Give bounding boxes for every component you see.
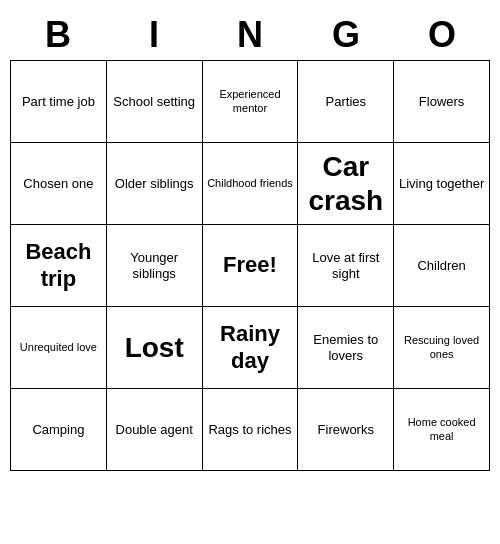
bingo-cell: Parties [298,61,394,143]
cell-text: Free! [207,252,294,278]
cell-text: Flowers [398,94,485,110]
cell-text: Rainy day [207,321,294,374]
cell-text: Chosen one [15,176,102,192]
header-letter: I [106,10,202,60]
header-letter: O [394,10,490,60]
cell-text: Home cooked meal [398,416,485,442]
cell-text: Enemies to lovers [302,332,389,363]
bingo-cell: Double agent [107,389,203,471]
bingo-cell: Younger siblings [107,225,203,307]
cell-text: Fireworks [302,422,389,438]
cell-text: Double agent [111,422,198,438]
cell-text: Younger siblings [111,250,198,281]
bingo-cell: Rescuing loved ones [394,307,490,389]
cell-text: Part time job [15,94,102,110]
bingo-cell: School setting [107,61,203,143]
cell-text: Camping [15,422,102,438]
bingo-cell: Experienced mentor [203,61,299,143]
bingo-cell: Fireworks [298,389,394,471]
header-letter: N [202,10,298,60]
cell-text: Rags to riches [207,422,294,438]
bingo-cell: Lost [107,307,203,389]
bingo-cell: Beach trip [11,225,107,307]
cell-text: Beach trip [15,239,102,292]
bingo-grid: Part time jobSchool settingExperienced m… [10,60,490,471]
cell-text: Rescuing loved ones [398,334,485,360]
bingo-cell: Rags to riches [203,389,299,471]
cell-text: Childhood friends [207,177,294,190]
cell-text: Children [398,258,485,274]
bingo-cell: Older siblings [107,143,203,225]
cell-text: Unrequited love [15,341,102,354]
cell-text: Parties [302,94,389,110]
bingo-header: BINGO [10,10,490,60]
bingo-cell: Childhood friends [203,143,299,225]
bingo-cell: Part time job [11,61,107,143]
header-letter: B [10,10,106,60]
cell-text: School setting [111,94,198,110]
cell-text: Older siblings [111,176,198,192]
cell-text: Love at first sight [302,250,389,281]
bingo-cell: Camping [11,389,107,471]
bingo-cell: Unrequited love [11,307,107,389]
bingo-cell: Love at first sight [298,225,394,307]
bingo-cell: Enemies to lovers [298,307,394,389]
cell-text: Living together [398,176,485,192]
bingo-cell: Free! [203,225,299,307]
bingo-cell: Rainy day [203,307,299,389]
cell-text: Lost [111,331,198,365]
bingo-cell: Home cooked meal [394,389,490,471]
bingo-card: BINGO Part time jobSchool settingExperie… [10,10,490,471]
bingo-cell: Car crash [298,143,394,225]
bingo-cell: Living together [394,143,490,225]
bingo-cell: Chosen one [11,143,107,225]
cell-text: Experienced mentor [207,88,294,114]
bingo-cell: Children [394,225,490,307]
bingo-cell: Flowers [394,61,490,143]
cell-text: Car crash [302,150,389,217]
header-letter: G [298,10,394,60]
